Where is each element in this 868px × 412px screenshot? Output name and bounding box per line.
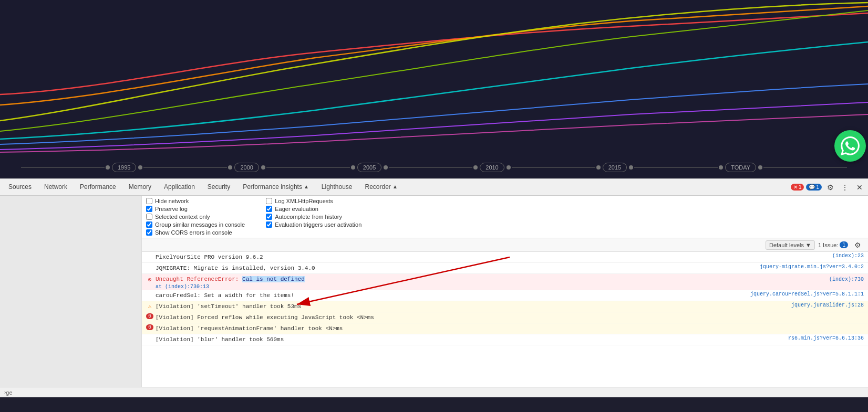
selected-context-checkbox[interactable]: [146, 214, 152, 220]
preserve-log-label: Preserve log: [155, 206, 188, 212]
preserve-log-option: Preserve log: [146, 206, 245, 212]
eager-eval-option: Eager evaluation: [266, 206, 361, 212]
show-cors-option: Show CORS errors in console: [146, 229, 245, 236]
normal-icon: [146, 253, 153, 260]
hide-network-checkbox[interactable]: [146, 198, 152, 204]
console-area[interactable]: PixelYourSite PRO version 9.6.2 (index):…: [142, 252, 868, 387]
log-row-jqmigrate: JQMIGRATE: Migrate is installed, version…: [142, 263, 868, 274]
log-source-4[interactable]: jquery.carouFredSel.js?ver=5.8.1.1:1: [746, 291, 864, 297]
options-left: Hide network Preserve log Selected conte…: [146, 198, 245, 236]
log-text-5: [Violation] 'setTimeout' handler took 53…: [156, 302, 787, 311]
devtools-main: Hide network Preserve log Selected conte…: [142, 196, 868, 387]
settings-gear-icon[interactable]: ⚙: [851, 239, 864, 251]
tab-right-controls: ✕1 💬1 ⚙ ⋮ ✕: [791, 181, 866, 194]
log-text-2: JQMIGRATE: Migrate is installed, version…: [156, 264, 756, 272]
violation-badge-3: 6: [146, 324, 153, 330]
tab-network[interactable]: Network: [38, 179, 74, 196]
whatsapp-button[interactable]: [834, 130, 866, 162]
tab-application[interactable]: Application: [158, 179, 201, 196]
tabs-bar: Sources Network Performance Memory Appli…: [0, 179, 868, 196]
issues-badge: 1 Issue: 1: [818, 241, 848, 248]
hide-network-option: Hide network: [146, 198, 245, 204]
timeline-2015: 2015: [603, 163, 627, 172]
autocomplete-checkbox[interactable]: [266, 214, 272, 220]
dropdown-arrow-icon: ▼: [805, 242, 811, 248]
close-button[interactable]: ✕: [853, 181, 866, 194]
normal-icon-2: [146, 264, 153, 271]
log-xml-checkbox[interactable]: [266, 198, 272, 204]
selected-context-option: Selected context only: [146, 214, 245, 220]
category-bar: USABILITY & DESIGN PROGRAMMING TESTING D…: [0, 175, 868, 178]
bottom-page-label: ge: [6, 389, 12, 396]
log-source-5[interactable]: jquery.juraSlider.js:28: [787, 302, 864, 308]
tab-sources[interactable]: Sources: [2, 179, 38, 196]
preserve-log-checkbox[interactable]: [146, 206, 152, 212]
timeline-today: TODAY: [725, 163, 756, 172]
error-link[interactable]: at (index):730:13: [156, 284, 209, 290]
issue-count-badge: 1: [840, 241, 848, 248]
log-text-8: [Violation] 'blur' handler took 560ms: [156, 335, 784, 344]
warning-icon-5: ⚠: [146, 302, 153, 310]
tab-security[interactable]: Security: [201, 179, 236, 196]
tab-performance-insights[interactable]: Performance insights ▲: [236, 179, 315, 196]
tab-memory[interactable]: Memory: [122, 179, 158, 196]
timeline-1995: 1995: [112, 163, 136, 172]
normal-icon-4: [146, 291, 153, 299]
log-text-4: carouFredSel: Set a width for the items!: [156, 291, 746, 300]
level-bar: Default levels ▼ 1 Issue: 1 ⚙: [142, 238, 868, 252]
visualization-area: 1995 2000 2005 2010 2015 TODAY USABILITY…: [0, 0, 868, 178]
eval-triggers-label: Evaluation triggers user activation: [275, 221, 361, 228]
log-row-caroufredsel: carouFredSel: Set a width for the items!…: [142, 290, 868, 301]
performance-insights-badge: ▲: [304, 184, 309, 189]
group-similar-label: Group similar messages in console: [155, 221, 245, 228]
message-badge: 💬1: [806, 184, 822, 191]
log-text-1: PixelYourSite PRO version 9.6.2: [156, 253, 828, 261]
log-xml-option: Log XMLHttpRequests: [266, 198, 361, 204]
timeline-2000: 2000: [234, 163, 259, 172]
more-options-button[interactable]: ⋮: [839, 181, 851, 194]
selected-context-label: Selected context only: [155, 214, 210, 220]
show-cors-checkbox[interactable]: [146, 229, 152, 236]
log-text-7: [Violation] 'requestAnimationFrame' hand…: [156, 324, 864, 333]
eager-eval-label: Eager evaluation: [275, 206, 318, 212]
group-similar-checkbox[interactable]: [146, 221, 152, 228]
normal-icon-8: [146, 335, 153, 343]
bottom-bar: › ge: [0, 387, 868, 397]
options-right: Log XMLHttpRequests Eager evaluation Aut…: [266, 198, 361, 236]
log-text-6: [Violation] Forced reflow while executin…: [156, 313, 864, 322]
settings-button[interactable]: ⚙: [824, 181, 836, 194]
log-row-violation-2: 6 [Violation] Forced reflow while execut…: [142, 312, 868, 323]
eval-triggers-option: Evaluation triggers user activation: [266, 221, 361, 228]
autocomplete-label: Autocomplete from history: [275, 214, 342, 220]
timeline-2010: 2010: [480, 163, 504, 172]
log-row-violation-3: 6 [Violation] 'requestAnimationFrame' ha…: [142, 323, 868, 334]
eval-triggers-checkbox[interactable]: [266, 221, 272, 228]
error-circle-icon: ⊗: [146, 276, 153, 283]
log-xml-label: Log XMLHttpRequests: [275, 198, 333, 204]
autocomplete-option: Autocomplete from history: [266, 214, 361, 220]
group-similar-option: Group similar messages in console: [146, 221, 245, 228]
devtools-panel: Sources Network Performance Memory Appli…: [0, 178, 868, 397]
show-cors-label: Show CORS errors in console: [155, 229, 232, 236]
recorder-badge: ▲: [392, 184, 398, 189]
chart-svg: [0, 0, 868, 157]
console-wrapper: PixelYourSite PRO version 9.6.2 (index):…: [142, 252, 868, 387]
tab-performance[interactable]: Performance: [74, 179, 122, 196]
tab-recorder[interactable]: Recorder ▲: [359, 179, 404, 196]
log-row-violation-1: ⚠ [Violation] 'setTimeout' handler took …: [142, 301, 868, 312]
eager-eval-checkbox[interactable]: [266, 206, 272, 212]
devtools-body: Hide network Preserve log Selected conte…: [0, 196, 868, 387]
default-levels-button[interactable]: Default levels ▼: [766, 240, 815, 250]
tab-lighthouse[interactable]: Lighthouse: [315, 179, 359, 196]
whatsapp-icon: [841, 136, 860, 155]
log-text-error: Uncaught ReferenceError: Cal is not defi…: [156, 275, 825, 283]
log-error-sub[interactable]: at (index):730:13: [156, 283, 209, 290]
log-row-blur: [Violation] 'blur' handler took 560ms rs…: [142, 334, 868, 345]
devtools-sidebar: [0, 196, 142, 387]
log-source-error[interactable]: (index):730: [825, 277, 864, 282]
log-source-2[interactable]: jquery-migrate.min.js?ver=3.4.0:2: [756, 264, 864, 270]
violation-badge-2: 6: [146, 313, 153, 319]
error-badge: ✕1: [791, 184, 804, 191]
log-source-1[interactable]: (index):23: [828, 253, 864, 259]
log-source-8[interactable]: rs6.min.js?ver=6.6.13:36: [784, 335, 864, 341]
